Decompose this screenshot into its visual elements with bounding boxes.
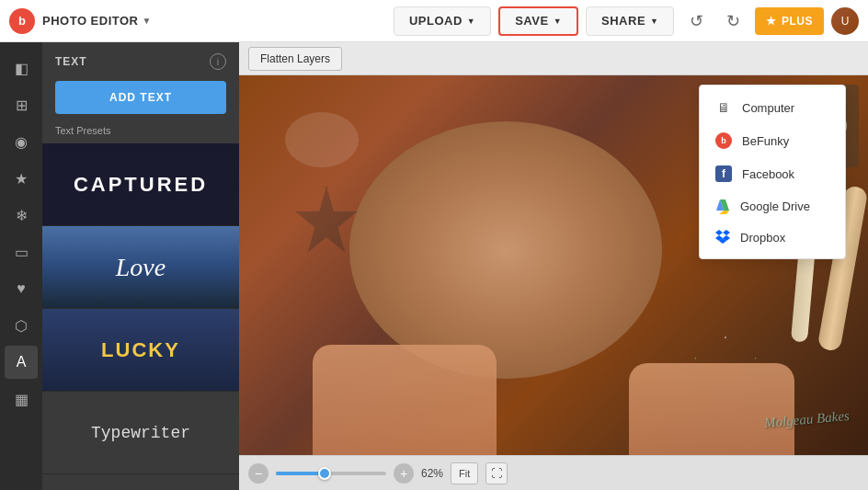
- preset-lucky[interactable]: LUCKY: [42, 309, 239, 392]
- panel-header: TEXT i: [42, 42, 239, 77]
- avatar[interactable]: U: [831, 7, 859, 35]
- facebook-label: Facebook: [742, 167, 794, 181]
- sidebar-item-shape[interactable]: ⬡: [5, 309, 38, 342]
- save-to-befunky[interactable]: b BeFunky: [700, 124, 845, 157]
- sidebar-item-texture[interactable]: ▦: [5, 382, 38, 416]
- sidebar-item-adjustments[interactable]: ⊞: [5, 88, 38, 121]
- sidebar-item-layers[interactable]: ◧: [5, 51, 38, 85]
- main-area: ◧ ⊞ ◉ ★ ❄ ▭ ♥ ⬡ A ▦ TEXT i ADD TEXT Text…: [0, 42, 868, 490]
- fullscreen-icon: ⛶: [491, 467, 502, 480]
- dropbox-icon: [714, 229, 731, 245]
- redo-button[interactable]: ↻: [718, 6, 748, 36]
- fullscreen-button[interactable]: ⛶: [485, 462, 508, 484]
- computer-label: Computer: [742, 101, 794, 115]
- save-dropdown: 🖥 Computer b BeFunky f Facebook: [699, 85, 846, 259]
- flatten-layers-button[interactable]: Flatten Layers: [248, 47, 342, 71]
- plus-star-icon: ★: [766, 15, 777, 28]
- text-panel: TEXT i ADD TEXT Text Presets CAPTURED Lo…: [42, 42, 239, 490]
- panel-title: TEXT: [55, 55, 87, 68]
- app-logo: b: [9, 8, 35, 34]
- add-text-button[interactable]: ADD TEXT: [55, 81, 226, 114]
- app-title: PHOTO EDITOR ▼: [42, 14, 152, 28]
- preset-captured[interactable]: CAPTURED: [42, 143, 239, 226]
- zoom-value: 62%: [421, 467, 443, 480]
- preset-lucky-text: LUCKY: [101, 338, 180, 362]
- share-button[interactable]: SHARE ▼: [586, 6, 674, 36]
- zoom-slider[interactable]: [276, 472, 386, 475]
- undo-button[interactable]: ↺: [681, 6, 711, 36]
- preset-typewriter-text: Typewriter: [91, 424, 190, 442]
- svg-marker-3: [719, 211, 729, 214]
- save-to-facebook[interactable]: f Facebook: [700, 157, 845, 190]
- preset-love-text: Love: [116, 253, 166, 282]
- sidebar-item-text[interactable]: A: [5, 346, 38, 379]
- topbar: b PHOTO EDITOR ▼ UPLOAD ▼ SAVE ▼ SHARE ▼…: [0, 0, 868, 42]
- canvas-area: Flatten Layers: [239, 42, 868, 490]
- canvas-bottom-bar: − + 62% Fit ⛶: [239, 455, 868, 490]
- icon-sidebar: ◧ ⊞ ◉ ★ ❄ ▭ ♥ ⬡ A ▦: [0, 42, 42, 490]
- fit-button[interactable]: Fit: [451, 462, 478, 484]
- google-drive-label: Google Drive: [740, 199, 810, 213]
- dough-element: [349, 121, 662, 379]
- sidebar-item-frame[interactable]: ▭: [5, 235, 38, 268]
- upload-button[interactable]: UPLOAD ▼: [394, 6, 491, 36]
- zoom-slider-fill: [276, 472, 320, 475]
- zoom-out-button[interactable]: −: [248, 463, 268, 484]
- google-drive-icon: [714, 198, 731, 214]
- sidebar-item-stickers[interactable]: ♥: [5, 272, 38, 305]
- sidebar-item-art[interactable]: ❄: [5, 199, 38, 232]
- zoom-thumb[interactable]: [318, 467, 331, 480]
- save-to-computer[interactable]: 🖥 Computer: [700, 91, 845, 124]
- save-button[interactable]: SAVE ▼: [498, 6, 578, 36]
- befunky-icon: b: [714, 131, 733, 150]
- facebook-icon: f: [714, 165, 733, 183]
- dropbox-label: Dropbox: [740, 231, 785, 245]
- preset-captured-text: CAPTURED: [74, 173, 208, 197]
- info-icon[interactable]: i: [210, 53, 226, 70]
- app-title-chevron[interactable]: ▼: [142, 16, 151, 26]
- text-presets-label: Text Presets: [42, 125, 239, 143]
- preset-typewriter[interactable]: Typewriter: [42, 392, 239, 474]
- zoom-in-button[interactable]: +: [394, 463, 414, 484]
- sidebar-item-view[interactable]: ◉: [5, 125, 38, 158]
- preset-love[interactable]: Love: [42, 226, 239, 309]
- canvas-toolbar: Flatten Layers: [239, 42, 868, 75]
- presets-list: CAPTURED Love LUCKY Typewriter: [42, 143, 239, 490]
- sidebar-item-effects[interactable]: ★: [5, 162, 38, 195]
- save-to-dropbox[interactable]: Dropbox: [700, 222, 845, 253]
- plus-upgrade-button[interactable]: ★ PLUS: [755, 7, 824, 35]
- computer-icon: 🖥: [714, 98, 733, 117]
- befunky-label: BeFunky: [742, 134, 789, 148]
- save-to-google-drive[interactable]: Google Drive: [700, 190, 845, 222]
